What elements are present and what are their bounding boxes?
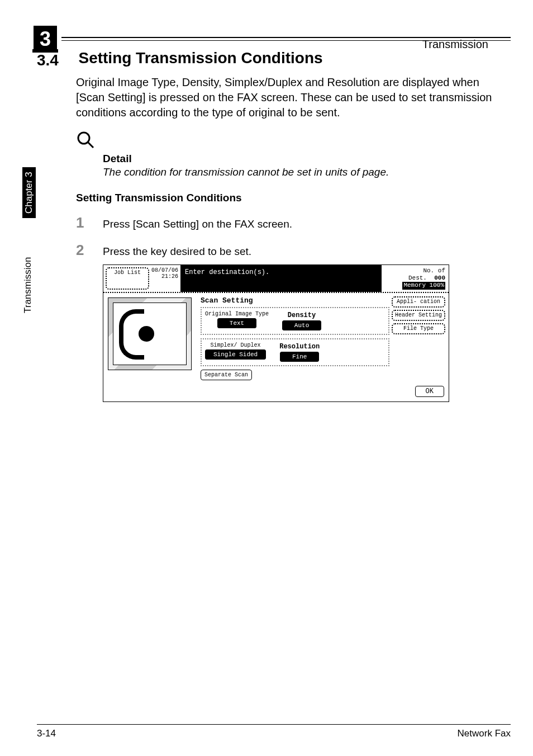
step-number: 2 <box>76 242 103 259</box>
prompt-bar: Enter destination(s). <box>180 265 382 292</box>
memory-label: Memory <box>403 282 426 289</box>
chapter-badge: 3 <box>34 26 57 53</box>
side-section-label: Transmission <box>22 257 34 313</box>
preview-image <box>108 297 192 370</box>
header-setting-tab[interactable]: Header Setting <box>392 310 445 321</box>
file-type-tab[interactable]: File Type <box>392 323 445 334</box>
density-button[interactable]: Density Auto <box>282 311 321 330</box>
button-label: Original Image Type <box>205 311 269 317</box>
simplex-duplex-button[interactable]: Simplex/ Duplex Single Sided <box>205 343 266 362</box>
time: 21:26 <box>151 273 178 280</box>
side-chapter-label: Chapter 3 <box>22 167 36 218</box>
footer-doc: Network Fax <box>458 728 511 739</box>
application-tab[interactable]: Appli- cation <box>392 296 445 308</box>
footer-rule <box>37 724 511 725</box>
ok-button[interactable]: OK <box>415 386 444 397</box>
header-rule-thick <box>61 37 511 38</box>
memory-value: 100% <box>430 282 444 289</box>
fax-screen: Job List 08/07/06 21:26 Enter destinatio… <box>103 264 449 402</box>
step-2: 2 Press the key desired to be set. <box>76 242 511 259</box>
step-number: 1 <box>76 214 103 231</box>
button-label: Resolution <box>279 343 320 351</box>
status-area: No. of Dest. 000 Memory 100% <box>382 265 449 292</box>
step-text: Press the key desired to be set. <box>103 245 251 258</box>
section-title: Setting Transmission Conditions <box>78 49 322 67</box>
footer-page: 3-14 <box>37 728 56 739</box>
svg-line-1 <box>88 142 93 148</box>
datetime: 08/07/06 21:26 <box>151 265 180 292</box>
header-rule-thin <box>61 40 511 41</box>
resolution-button[interactable]: Resolution Fine <box>279 343 320 362</box>
section-number: 3.4 <box>37 51 76 69</box>
detail-label: Detail <box>103 153 511 165</box>
button-value: Fine <box>280 352 319 362</box>
intro-paragraph: Original Image Type, Density, Simplex/Du… <box>76 75 511 120</box>
preview-pane <box>103 293 198 384</box>
job-list-button[interactable]: Job List <box>106 267 149 290</box>
setting-group-2: Simplex/ Duplex Single Sided Resolution … <box>201 338 389 366</box>
subheading: Setting Transmission Conditions <box>76 192 511 204</box>
dest-count-value: 000 <box>434 275 445 281</box>
button-value: Single Sided <box>205 349 266 360</box>
step-text: Press [Scan Setting] on the FAX screen. <box>103 218 292 230</box>
detail-text: The condition for transmission cannot be… <box>103 166 511 178</box>
magnifier-icon <box>76 130 511 154</box>
separate-scan-button[interactable]: Separate Scan <box>201 370 252 380</box>
button-label: Density <box>288 311 316 319</box>
date: 08/07/06 <box>151 267 178 273</box>
setting-group-1: Original Image Type Text Density Auto <box>201 307 389 335</box>
step-1: 1 Press [Scan Setting] on the FAX screen… <box>76 214 511 231</box>
original-image-type-button[interactable]: Original Image Type Text <box>205 311 269 330</box>
button-value: Text <box>217 318 256 328</box>
panel-title: Scan Setting <box>201 296 389 305</box>
button-value: Auto <box>282 320 321 330</box>
button-label: Simplex/ Duplex <box>211 343 261 348</box>
